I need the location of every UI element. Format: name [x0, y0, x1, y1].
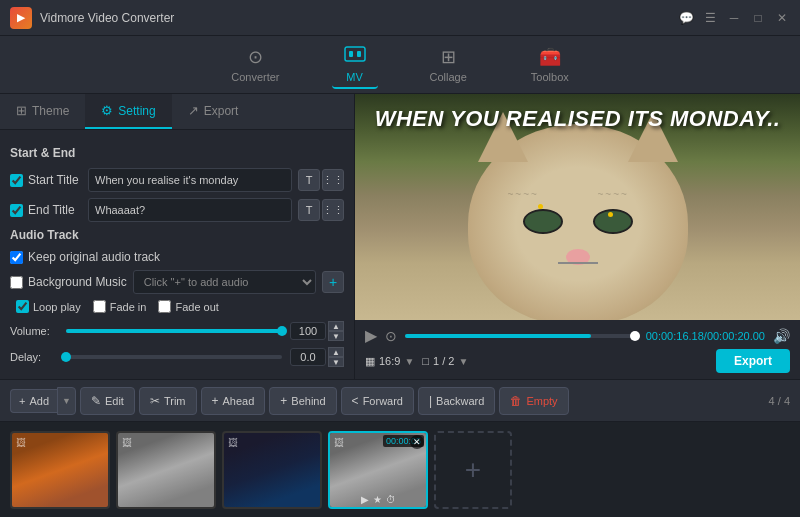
keep-original-checkbox[interactable]	[10, 251, 23, 264]
add-main-btn[interactable]: + Add	[10, 389, 57, 413]
page-icon: □	[422, 355, 429, 367]
end-text-style-icon[interactable]: ⋮⋮	[322, 199, 344, 221]
behind-btn[interactable]: + Behind	[269, 387, 336, 415]
loop-play-option[interactable]: Loop play	[16, 300, 81, 313]
converter-icon: ⊙	[248, 46, 263, 68]
end-title-icons: T ⋮⋮	[298, 199, 344, 221]
tab-setting[interactable]: ⚙ Setting	[85, 94, 171, 129]
tab-theme[interactable]: ⊞ Theme	[0, 94, 85, 129]
bottom-toolbar: + Add ▼ ✎ Edit ✂ Trim + Ahead + Behind <…	[0, 379, 800, 421]
delay-slider[interactable]	[66, 355, 282, 359]
delay-down[interactable]: ▼	[328, 357, 344, 367]
progress-bar[interactable]	[405, 334, 638, 338]
progress-thumb[interactable]	[630, 331, 640, 341]
thumb-type-icon-1: 🖼	[16, 437, 26, 448]
stop-btn[interactable]: ⊙	[385, 328, 397, 344]
start-title-checkbox[interactable]	[10, 174, 23, 187]
backward-btn[interactable]: | Backward	[418, 387, 495, 415]
export-button[interactable]: Export	[716, 349, 790, 373]
end-title-checkbox[interactable]	[10, 204, 23, 217]
keep-original-label[interactable]: Keep original audio track	[10, 250, 160, 264]
minimize-icon[interactable]: ─	[726, 10, 742, 26]
export-arrow-icon: ↗	[188, 103, 199, 118]
fade-out-checkbox[interactable]	[158, 300, 171, 313]
menu-icon[interactable]: ☰	[702, 10, 718, 26]
tl-star-icon[interactable]: ★	[373, 494, 382, 505]
start-title-icons: T ⋮⋮	[298, 169, 344, 191]
forward-btn[interactable]: < Forward	[341, 387, 414, 415]
tab-toolbox[interactable]: 🧰 Toolbox	[519, 42, 581, 87]
delay-row: Delay: ▲ ▼	[10, 347, 344, 367]
volume-value[interactable]	[290, 322, 326, 340]
end-title-checkbox-label[interactable]: End Title	[10, 203, 82, 217]
ahead-icon: +	[212, 394, 219, 408]
tab-converter[interactable]: ⊙ Converter	[219, 42, 291, 87]
volume-icon[interactable]: 🔊	[773, 328, 790, 344]
trim-icon: ✂	[150, 394, 160, 408]
progress-fill	[405, 334, 591, 338]
thumb-bg-3: 🖼	[224, 433, 320, 507]
toolbox-icon: 🧰	[539, 46, 561, 68]
mv-icon	[344, 45, 366, 68]
sub-tabs: ⊞ Theme ⚙ Setting ↗ Export	[0, 94, 354, 130]
ahead-btn[interactable]: + Ahead	[201, 387, 266, 415]
timeline-item[interactable]: 🖼	[222, 431, 322, 509]
timeline-item-close[interactable]: ✕	[410, 435, 424, 449]
setting-gear-icon: ⚙	[101, 103, 113, 118]
window-controls: 💬 ☰ ─ □ ✕	[678, 10, 790, 26]
add-arrow-btn[interactable]: ▼	[57, 387, 76, 415]
delay-label: Delay:	[10, 351, 58, 363]
page-select[interactable]: □ 1 / 2 ▼	[422, 355, 468, 367]
video-overlay-text: WHEN YOU REALISED ITS MONDAY..	[355, 106, 800, 132]
delay-thumb[interactable]	[61, 352, 71, 362]
volume-down[interactable]: ▼	[328, 331, 344, 341]
volume-thumb[interactable]	[277, 326, 287, 336]
page-arrow-icon: ▼	[458, 356, 468, 367]
bg-music-select[interactable]: Click "+" to add audio	[133, 270, 316, 294]
volume-label: Volume:	[10, 325, 58, 337]
timeline-item[interactable]: 🖼	[116, 431, 216, 509]
trim-btn[interactable]: ✂ Trim	[139, 387, 197, 415]
tab-export[interactable]: ↗ Export	[172, 94, 255, 129]
text-format-icon[interactable]: T	[298, 169, 320, 191]
aspect-select[interactable]: ▦ 16:9 ▼	[365, 355, 414, 368]
end-title-input[interactable]	[88, 198, 292, 222]
extra-options: Loop play Fade in Fade out	[10, 300, 344, 313]
delay-value[interactable]	[290, 348, 326, 366]
bg-music-checkbox[interactable]	[10, 276, 23, 289]
start-end-title: Start & End	[10, 146, 344, 160]
close-icon[interactable]: ✕	[774, 10, 790, 26]
fade-in-checkbox[interactable]	[93, 300, 106, 313]
loop-play-checkbox[interactable]	[16, 300, 29, 313]
delay-up[interactable]: ▲	[328, 347, 344, 357]
volume-slider[interactable]	[66, 329, 282, 333]
chat-icon[interactable]: 💬	[678, 10, 694, 26]
bg-music-label[interactable]: Background Music	[10, 275, 127, 289]
left-panel: ⊞ Theme ⚙ Setting ↗ Export Start & End S…	[0, 94, 355, 379]
timeline-add-btn[interactable]: +	[434, 431, 512, 509]
secondary-controls: ▦ 16:9 ▼ □ 1 / 2 ▼ Export	[365, 349, 790, 373]
tl-clock-icon[interactable]: ⏱	[386, 494, 396, 505]
tl-play-icon[interactable]: ▶	[361, 494, 369, 505]
fade-out-option[interactable]: Fade out	[158, 300, 218, 313]
empty-btn[interactable]: 🗑 Empty	[499, 387, 568, 415]
tab-collage[interactable]: ⊞ Collage	[418, 42, 479, 87]
backward-icon: |	[429, 394, 432, 408]
nav-tabs: ⊙ Converter MV ⊞ Collage 🧰 Toolbox	[0, 36, 800, 94]
text-style-icon[interactable]: ⋮⋮	[322, 169, 344, 191]
start-title-checkbox-label[interactable]: Start Title	[10, 173, 82, 187]
app-logo: ▶	[10, 7, 32, 29]
tab-mv[interactable]: MV	[332, 41, 378, 89]
start-title-input[interactable]	[88, 168, 292, 192]
timeline-item[interactable]: 🖼	[10, 431, 110, 509]
fade-in-option[interactable]: Fade in	[93, 300, 147, 313]
edit-btn[interactable]: ✎ Edit	[80, 387, 135, 415]
add-audio-btn[interactable]: +	[322, 271, 344, 293]
end-text-format-icon[interactable]: T	[298, 199, 320, 221]
timeline-item-active[interactable]: 🖼 00:00:05 ▶ ★ ⏱ ✕	[328, 431, 428, 509]
play-btn[interactable]: ▶	[365, 326, 377, 345]
forward-icon: <	[352, 394, 359, 408]
maximize-icon[interactable]: □	[750, 10, 766, 26]
panel-content: Start & End Start Title T ⋮⋮ End Title	[0, 130, 354, 379]
volume-up[interactable]: ▲	[328, 321, 344, 331]
